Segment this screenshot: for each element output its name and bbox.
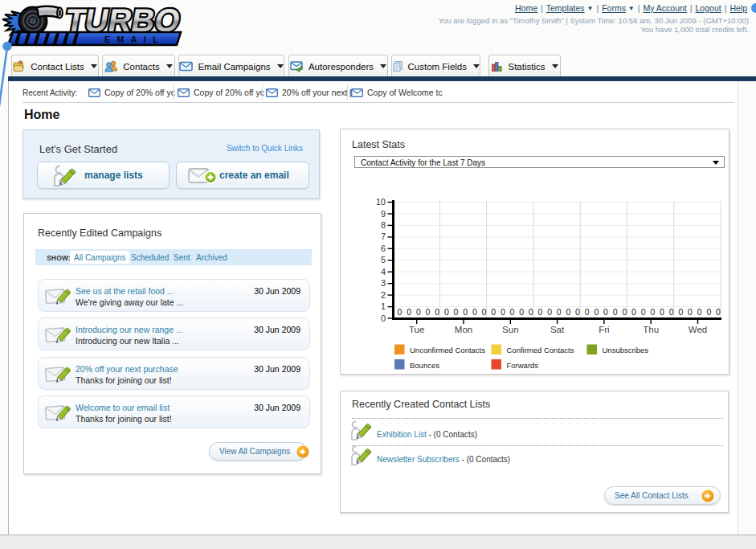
- svg-text:0: 0: [463, 307, 468, 317]
- svg-text:8: 8: [381, 220, 386, 230]
- svg-text:0: 0: [669, 307, 674, 317]
- svg-text:0: 0: [509, 307, 514, 317]
- svg-text:0: 0: [381, 313, 386, 323]
- svg-text:5: 5: [381, 255, 386, 264]
- svg-text:2: 2: [381, 290, 386, 300]
- svg-text:0: 0: [566, 307, 570, 317]
- svg-text:Fri: Fri: [599, 325, 609, 334]
- svg-text:Forwards: Forwards: [507, 361, 539, 370]
- svg-text:Thu: Thu: [643, 325, 659, 334]
- svg-text:0: 0: [660, 307, 664, 317]
- svg-text:9: 9: [381, 209, 386, 219]
- svg-text:0: 0: [557, 307, 562, 317]
- svg-text:0: 0: [622, 307, 627, 317]
- svg-text:0: 0: [491, 307, 496, 317]
- svg-text:0: 0: [697, 307, 702, 317]
- svg-text:0: 0: [716, 307, 721, 317]
- svg-text:0: 0: [407, 307, 411, 317]
- svg-text:Unsubscribes: Unsubscribes: [603, 346, 649, 354]
- svg-text:3: 3: [381, 278, 386, 288]
- svg-text:0: 0: [481, 307, 486, 317]
- svg-text:0: 0: [444, 307, 449, 317]
- svg-text:Wed: Wed: [689, 325, 707, 334]
- svg-text:EMAIL: EMAIL: [104, 35, 165, 44]
- svg-text:0: 0: [454, 307, 459, 317]
- svg-text:Sat: Sat: [550, 325, 565, 334]
- svg-text:0: 0: [435, 307, 439, 317]
- svg-text:0: 0: [706, 307, 711, 317]
- svg-text:0: 0: [631, 307, 636, 317]
- svg-text:1: 1: [381, 301, 386, 311]
- svg-text:10: 10: [376, 197, 386, 207]
- svg-text:7: 7: [381, 231, 386, 241]
- svg-text:6: 6: [381, 244, 386, 253]
- svg-text:0: 0: [613, 307, 618, 317]
- svg-text:Sun: Sun: [502, 325, 518, 334]
- svg-text:Mon: Mon: [455, 325, 472, 334]
- svg-text:4: 4: [381, 267, 386, 277]
- svg-text:Unconfirmed Contacts: Unconfirmed Contacts: [410, 346, 485, 354]
- svg-text:0: 0: [575, 307, 580, 317]
- svg-text:0: 0: [537, 307, 542, 317]
- svg-text:0: 0: [501, 307, 505, 317]
- svg-text:0: 0: [547, 307, 552, 317]
- svg-text:0: 0: [688, 307, 693, 317]
- svg-text:0: 0: [650, 307, 655, 317]
- svg-text:0: 0: [416, 307, 421, 317]
- svg-text:0: 0: [678, 307, 683, 317]
- svg-text:Bounces: Bounces: [410, 361, 439, 370]
- svg-text:0: 0: [398, 307, 403, 317]
- svg-text:0: 0: [519, 307, 524, 317]
- svg-text:Confirmed Contacts: Confirmed Contacts: [507, 346, 574, 354]
- svg-text:0: 0: [594, 307, 599, 317]
- svg-text:0: 0: [529, 307, 533, 317]
- svg-text:0: 0: [641, 307, 646, 317]
- svg-text:0: 0: [472, 307, 477, 317]
- svg-text:0: 0: [426, 307, 431, 317]
- svg-text:Tue: Tue: [409, 325, 424, 334]
- svg-text:0: 0: [603, 307, 608, 317]
- svg-text:0: 0: [585, 307, 590, 317]
